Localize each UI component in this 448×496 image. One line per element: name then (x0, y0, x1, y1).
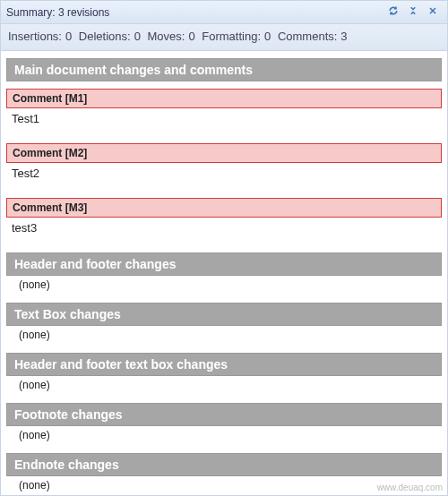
insertions-value: 0 (65, 30, 72, 43)
moves-value: 0 (188, 30, 194, 43)
titlebar: Summary: 3 revisions (1, 1, 447, 24)
chevron-double-icon (408, 5, 418, 19)
comments-label: Comments: (278, 30, 337, 43)
comments-value: 3 (340, 30, 347, 43)
formatting-value: 0 (264, 30, 271, 43)
comment-header[interactable]: Comment [M1] (6, 89, 442, 108)
close-icon (427, 5, 438, 19)
section-textbox: Text Box changes (6, 303, 442, 326)
content: Main document changes and comments Comme… (1, 51, 447, 495)
comment-body: test3 (6, 218, 442, 244)
insertions-label: Insertions: (8, 30, 62, 43)
none-label: (none) (6, 326, 442, 344)
section-footnote: Footnote changes (6, 403, 442, 426)
revisions-summary-panel: Summary: 3 revisions (0, 0, 448, 496)
none-label: (none) (6, 276, 442, 294)
deletions-label: Deletions: (79, 30, 131, 43)
section-hf-textbox: Header and footer text box changes (6, 353, 442, 376)
section-main-changes: Main document changes and comments (6, 58, 442, 81)
comment-header[interactable]: Comment [M2] (6, 143, 442, 163)
panel-title: Summary: 3 revisions (6, 6, 383, 19)
content-scroll[interactable]: Main document changes and comments Comme… (1, 51, 447, 495)
expand-button[interactable] (404, 4, 422, 21)
section-header-footer: Header and footer changes (6, 252, 442, 276)
comment-header[interactable]: Comment [M3] (6, 198, 442, 218)
comment-body: Test1 (6, 108, 442, 134)
close-button[interactable] (424, 4, 442, 21)
deletions-value: 0 (134, 30, 141, 43)
none-label: (none) (6, 376, 442, 394)
formatting-label: Formatting: (202, 30, 261, 43)
refresh-button[interactable] (384, 4, 402, 21)
refresh-icon (388, 5, 399, 19)
section-endnote: Endnote changes (6, 453, 442, 476)
none-label: (none) (6, 476, 442, 494)
moves-label: Moves: (148, 30, 185, 43)
comment-body: Test2 (6, 163, 442, 189)
stats-bar: Insertions:0 Deletions:0 Moves:0 Formatt… (1, 24, 447, 51)
none-label: (none) (6, 426, 442, 444)
